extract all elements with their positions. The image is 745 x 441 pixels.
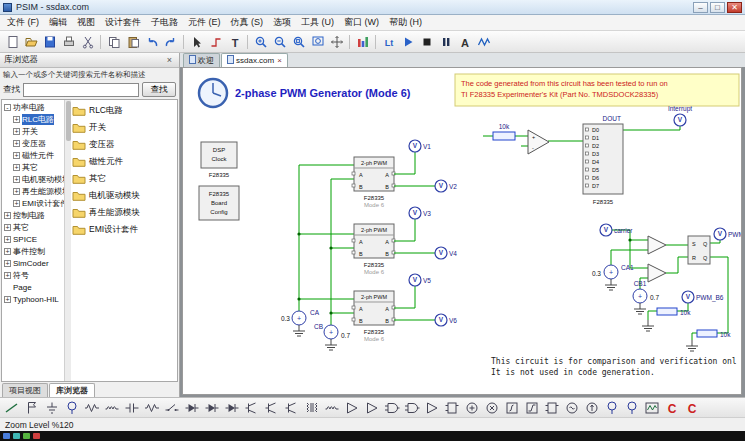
tree-expander-icon[interactable]: + [4,272,11,279]
menu-item-5[interactable]: 子电路 [146,15,183,30]
pwm-block-1[interactable]: 2-ph PWMABABF28335Mode 6 [352,152,435,208]
folder-item-2[interactable]: 开关 [72,119,176,136]
document-tab-1[interactable]: 欢迎 [183,53,220,67]
tree-item-17[interactable]: +Typhoon-HIL [2,293,64,305]
print-icon[interactable] [59,33,78,51]
search-button[interactable]: 查找 [142,82,176,97]
zoom-fit-icon[interactable] [308,33,327,51]
wire-icon[interactable] [2,399,21,416]
probe-v2[interactable]: VV2 [435,180,457,192]
folder-item-1[interactable]: RLC电路 [72,102,176,119]
search-input[interactable] [23,83,139,97]
zener-icon[interactable] [222,399,241,416]
mini-icon-teal[interactable] [13,433,20,439]
source-ca1[interactable]: +CA10.3 [592,264,634,279]
tree-expander-icon[interactable]: + [13,200,20,207]
board-config-block[interactable]: F28335 Board Config [199,186,239,220]
save-icon[interactable] [40,33,59,51]
tree-expander-icon[interactable]: + [4,248,11,255]
pause-icon[interactable] [436,33,455,51]
tree-expander-icon[interactable]: + [13,128,20,135]
tree-item-10[interactable]: +控制电路 [2,209,64,221]
waveform-icon[interactable] [474,33,493,51]
select-icon[interactable] [187,33,206,51]
transformer-icon[interactable] [302,399,321,416]
inductor-icon[interactable] [102,399,121,416]
ground-icon[interactable] [42,399,61,416]
thyristor-icon[interactable] [182,399,201,416]
menu-item-2[interactable]: 编辑 [44,15,72,30]
probe-v6[interactable]: VV6 [435,314,457,326]
pwm-block-2[interactable]: 2-ph PWMABABF28335Mode 6 [352,219,435,275]
diode-icon[interactable] [202,399,221,416]
sidebar-tab-1[interactable]: 项目视图 [2,383,48,397]
dsp-clock-block[interactable]: DSP Clock F28335 [201,142,237,178]
menu-item-3[interactable]: 视图 [72,15,100,30]
mini-icon-red[interactable] [33,433,40,439]
tree-item-16[interactable]: Page [2,281,64,293]
label-a-icon[interactable]: A [455,33,474,51]
integrator-icon[interactable] [502,399,521,416]
lt-icon[interactable]: Lt [379,33,398,51]
folder-item-7[interactable]: 再生能源模块 [72,204,176,221]
resistor-10k-2[interactable]: 10k [697,330,731,338]
tree-item-7[interactable]: +电机驱动模块 [2,173,64,185]
voltage-source-icon[interactable] [562,399,581,416]
text-icon[interactable]: T [225,33,244,51]
comparator-1[interactable] [648,236,666,254]
mini-icon-green[interactable] [23,433,30,439]
tree-item-4[interactable]: +变压器 [2,137,64,149]
bjt-icon[interactable] [282,399,301,416]
rlc-branch-icon[interactable] [142,399,161,416]
folder-item-3[interactable]: 变压器 [72,136,176,153]
tree-item-12[interactable]: +SPICE [2,233,64,245]
source-cb[interactable]: +CB0.7 [314,323,350,339]
igbt-icon[interactable] [262,399,281,416]
cut-icon[interactable] [78,33,97,51]
undo-icon[interactable] [142,33,161,51]
folder-item-6[interactable]: 电机驱动模块 [72,187,176,204]
tree-expander-icon[interactable]: + [13,176,20,183]
tree-expander-icon[interactable]: + [13,140,20,147]
tree-item-8[interactable]: +再生能源模块 [2,185,64,197]
copy-icon[interactable] [104,33,123,51]
comparator-icon[interactable] [362,399,381,416]
current-source-icon[interactable] [582,399,601,416]
sidebar-tab-2[interactable]: 库浏览器 [49,383,95,397]
sr-flipflop-block[interactable]: S Q R Q [688,236,710,264]
opamp-icon[interactable] [342,399,361,416]
tree-item-6[interactable]: +其它 [2,161,64,173]
opamp[interactable]: + - [528,130,549,154]
limiter-icon[interactable] [522,399,541,416]
label-icon[interactable] [22,399,41,416]
tree-item-2[interactable]: +RLC电路 [2,113,64,125]
probe-v4[interactable]: VV4 [435,247,457,259]
adder-icon[interactable] [462,399,481,416]
menu-item-11[interactable]: 帮助 (H) [384,15,427,30]
tree-expander-icon[interactable]: + [4,296,11,303]
probe-v3[interactable]: VV3 [409,207,431,219]
tree-expander-icon[interactable]: + [4,260,11,267]
mosfet-icon[interactable] [242,399,261,416]
c-script-icon[interactable]: C [662,399,681,416]
tree-expander-icon[interactable]: + [4,212,11,219]
probe-pwm_b6[interactable]: VPWM_B6 [682,291,724,303]
stop-icon[interactable] [417,33,436,51]
minimize-button[interactable]: – [693,2,708,13]
scope-icon[interactable] [642,399,661,416]
tree-scrollbar-thumb[interactable] [66,101,71,141]
new-icon[interactable] [2,33,21,51]
tree-expander-icon[interactable]: + [13,188,20,195]
menu-item-10[interactable]: 窗口 (W) [339,15,384,30]
maximize-button[interactable]: □ [710,2,725,13]
tree-item-13[interactable]: +事件控制 [2,245,64,257]
tree-item-15[interactable]: +符号 [2,269,64,281]
resistor-10k-1[interactable]: 10k [657,308,691,316]
redo-icon[interactable] [161,33,180,51]
folder-item-8[interactable]: EMI设计套件 [72,221,176,238]
folder-item-5[interactable]: 其它 [72,170,176,187]
tree-expander-icon[interactable]: + [13,164,20,171]
resistor-10k-top[interactable]: 10k [493,123,515,140]
simview-icon[interactable] [353,33,372,51]
close-button[interactable]: ✕ [727,2,742,13]
